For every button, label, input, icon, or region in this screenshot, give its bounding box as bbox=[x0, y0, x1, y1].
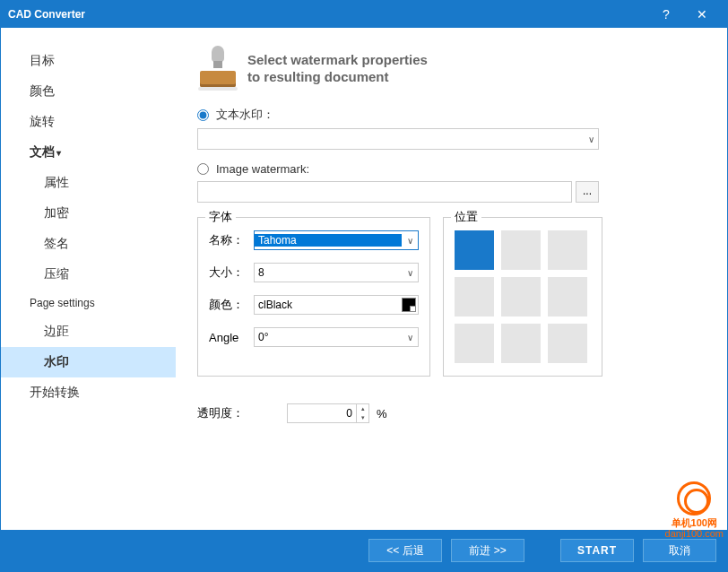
text-watermark-radio[interactable] bbox=[197, 109, 209, 121]
text-watermark-label: 文本水印： bbox=[216, 107, 274, 123]
sidebar-item-encrypt[interactable]: 加密 bbox=[1, 198, 176, 229]
sidebar-item-rotate[interactable]: 旋转 bbox=[1, 107, 176, 137]
chevron-down-icon: ∨ bbox=[588, 134, 594, 144]
opacity-row: 透明度： ▴▾ % bbox=[197, 403, 706, 423]
sidebar-item-margin[interactable]: 边距 bbox=[1, 316, 176, 347]
image-watermark-radio[interactable] bbox=[197, 163, 209, 175]
sidebar-item-document[interactable]: 文档▾ bbox=[1, 137, 176, 168]
sidebar-item-compress[interactable]: 压缩 bbox=[1, 259, 176, 290]
next-button[interactable]: 前进 >> bbox=[451, 539, 524, 562]
browse-button[interactable]: ... bbox=[576, 181, 599, 203]
chevron-down-icon: ∨ bbox=[402, 333, 418, 342]
sidebar-item-start-convert[interactable]: 开始转换 bbox=[1, 377, 176, 408]
image-path-row: ... bbox=[197, 181, 706, 203]
start-button[interactable]: START bbox=[560, 539, 634, 562]
font-fieldset: 字体 名称： Tahoma∨ 大小： 8∨ 颜色： clBlack Angle … bbox=[197, 217, 430, 377]
text-watermark-row: 文本水印： bbox=[197, 107, 706, 123]
position-fieldset: 位置 bbox=[443, 217, 602, 377]
image-watermark-row: Image watermark: bbox=[197, 162, 706, 176]
font-color-select[interactable]: clBlack bbox=[254, 295, 419, 315]
font-name-label: 名称： bbox=[209, 232, 254, 248]
color-swatch-icon bbox=[402, 298, 416, 312]
opacity-input[interactable] bbox=[287, 403, 357, 423]
font-angle-select[interactable]: 0°∨ bbox=[254, 327, 419, 347]
position-legend: 位置 bbox=[451, 209, 481, 225]
position-mid-right[interactable] bbox=[548, 277, 587, 316]
chevron-down-icon: ▾ bbox=[56, 148, 61, 158]
main-panel: Select watermark properties to resulting… bbox=[176, 28, 727, 530]
image-path-input[interactable] bbox=[197, 181, 572, 203]
position-top-center[interactable] bbox=[501, 230, 541, 270]
cancel-button[interactable]: 取消 bbox=[643, 539, 716, 562]
chevron-up-icon[interactable]: ▴ bbox=[357, 404, 368, 413]
font-color-label: 颜色： bbox=[209, 297, 254, 313]
help-button[interactable]: ? bbox=[648, 7, 684, 22]
position-mid-left[interactable] bbox=[455, 277, 494, 316]
chevron-down-icon[interactable]: ▾ bbox=[357, 413, 368, 422]
footer: << 后退 前进 >> START 取消 bbox=[1, 530, 727, 571]
chevron-down-icon: ∨ bbox=[402, 268, 418, 278]
sidebar: 目标 颜色 旋转 文档▾ 属性 加密 签名 压缩 Page settings 边… bbox=[1, 28, 176, 530]
position-top-right[interactable] bbox=[548, 230, 587, 270]
sidebar-item-page-settings[interactable]: Page settings bbox=[1, 290, 176, 316]
sidebar-item-color[interactable]: 颜色 bbox=[1, 76, 176, 107]
font-legend: 字体 bbox=[205, 209, 236, 225]
font-size-label: 大小： bbox=[209, 264, 254, 281]
stamp-icon bbox=[197, 46, 238, 91]
titlebar: CAD Converter ? ✕ bbox=[1, 1, 727, 28]
logo-icon bbox=[677, 481, 711, 516]
page-header: Select watermark properties to resulting… bbox=[197, 46, 706, 91]
chevron-down-icon: ∨ bbox=[402, 236, 418, 246]
sidebar-item-target[interactable]: 目标 bbox=[1, 46, 176, 76]
opacity-label: 透明度： bbox=[197, 405, 287, 421]
position-grid bbox=[455, 230, 591, 363]
header-text: Select watermark properties to resulting… bbox=[247, 51, 428, 86]
font-angle-label: Angle bbox=[209, 331, 254, 344]
sidebar-item-properties[interactable]: 属性 bbox=[1, 168, 176, 198]
opacity-spinner[interactable]: ▴▾ bbox=[287, 403, 369, 423]
spinner-arrows[interactable]: ▴▾ bbox=[357, 403, 369, 423]
opacity-unit: % bbox=[377, 407, 387, 420]
content-area: 目标 颜色 旋转 文档▾ 属性 加密 签名 压缩 Page settings 边… bbox=[1, 28, 727, 530]
close-button[interactable]: ✕ bbox=[684, 7, 720, 22]
position-bot-right[interactable] bbox=[548, 324, 587, 363]
image-watermark-label: Image watermark: bbox=[216, 162, 309, 176]
position-mid-center[interactable] bbox=[501, 277, 541, 316]
text-watermark-combo[interactable]: ∨ bbox=[197, 128, 599, 150]
font-size-select[interactable]: 8∨ bbox=[254, 263, 419, 282]
back-button[interactable]: << 后退 bbox=[368, 539, 442, 562]
font-name-select[interactable]: Tahoma∨ bbox=[254, 230, 419, 250]
position-bot-left[interactable] bbox=[455, 324, 494, 363]
position-top-left[interactable] bbox=[455, 230, 494, 270]
source-watermark: 单机100网 danji100.com bbox=[665, 481, 724, 539]
window-title: CAD Converter bbox=[8, 8, 648, 21]
sidebar-item-watermark[interactable]: 水印 bbox=[1, 347, 176, 377]
position-bot-center[interactable] bbox=[501, 324, 541, 363]
sidebar-item-sign[interactable]: 签名 bbox=[1, 229, 176, 259]
